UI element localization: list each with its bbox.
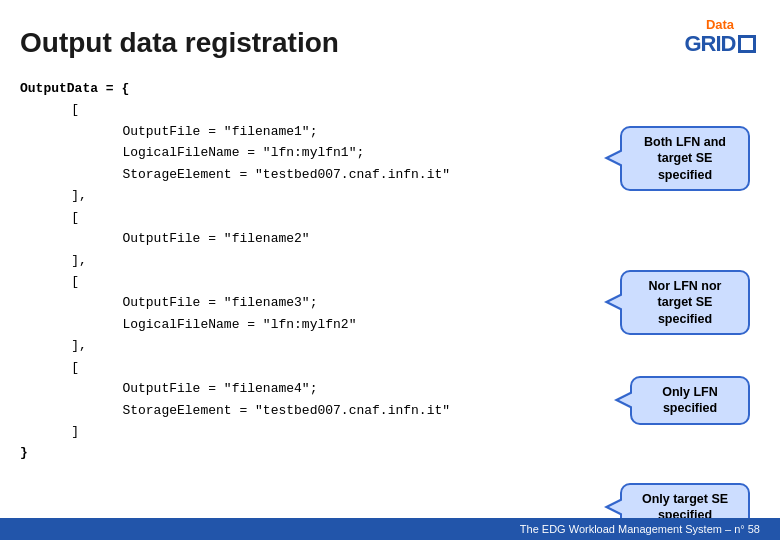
footer-text: The EDG Workload Management System – n° … xyxy=(520,523,760,535)
bubble-only-lfn: Only LFN specified xyxy=(630,376,750,425)
code-line-7: [ xyxy=(40,207,760,228)
logo-grid: GRID xyxy=(680,31,760,57)
code-line-18: } xyxy=(20,442,760,463)
logo-grid-text: GRID xyxy=(685,31,736,57)
bubble-only-lfn-text: Only LFN specified xyxy=(662,385,718,415)
header: Output data registration Data GRID xyxy=(0,0,780,78)
bubble-nor-lfn-se: Nor LFN nor target SE specified xyxy=(620,270,750,335)
bubble-both-lfn-se: Both LFN and target SE specified xyxy=(620,126,750,191)
code-line-13: ], xyxy=(40,335,760,356)
logo: Data GRID xyxy=(680,18,760,68)
code-line-1: OutputData = { xyxy=(20,78,760,99)
main-content: OutputData = { [ OutputFile = "filename1… xyxy=(0,78,780,464)
bubble-nor-lfn-se-text: Nor LFN nor target SE specified xyxy=(649,279,722,326)
code-line-9: ], xyxy=(40,250,760,271)
code-line-14: [ xyxy=(40,357,760,378)
code-line-2: [ xyxy=(40,99,760,120)
logo-data-text: Data xyxy=(680,18,760,31)
bubble-both-lfn-se-text: Both LFN and target SE specified xyxy=(644,135,726,182)
code-line-8: OutputFile = "filename2" xyxy=(60,228,760,249)
footer: The EDG Workload Management System – n° … xyxy=(0,518,780,540)
page-title: Output data registration xyxy=(20,27,339,59)
logo-square-icon xyxy=(738,35,756,53)
